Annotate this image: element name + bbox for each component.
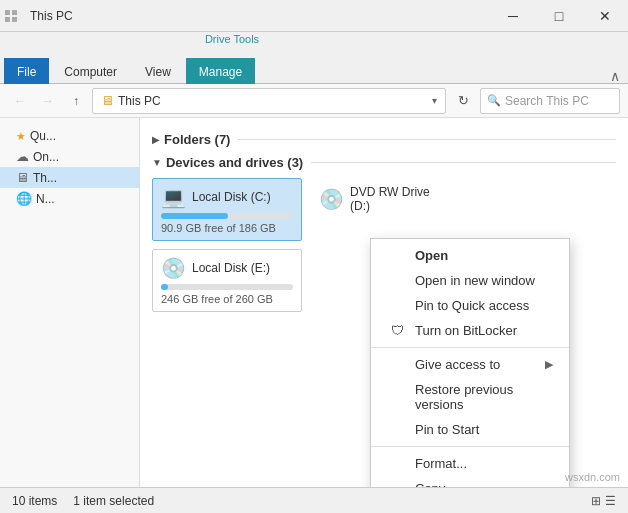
cloud-icon: ☁ — [16, 149, 29, 164]
svg-rect-3 — [12, 17, 17, 22]
drives-collapse-icon: ▼ — [152, 157, 162, 168]
ctx-shield-icon: 🛡 — [387, 323, 407, 338]
ctx-restore-versions[interactable]: Restore previous versions — [371, 377, 569, 417]
close-button[interactable]: ✕ — [582, 0, 628, 32]
ctx-open-new-window[interactable]: Open in new window — [371, 268, 569, 293]
ctx-format[interactable]: Format... — [371, 451, 569, 476]
drive-c-bar-bg — [161, 213, 293, 219]
content-area: ▶ Folders (7) ▼ Devices and drives (3) 💻… — [140, 118, 628, 487]
back-button[interactable]: ← — [8, 89, 32, 113]
svg-rect-2 — [5, 17, 10, 22]
window-title: This PC — [30, 9, 73, 23]
folders-collapse-icon: ▶ — [152, 134, 160, 145]
drive-e-space: 246 GB free of 260 GB — [161, 293, 293, 305]
drive-e-bar-bg — [161, 284, 293, 290]
drive-e-bar-fill — [161, 284, 168, 290]
drive-e-name: Local Disk (E:) — [192, 261, 270, 275]
titlebar-nav-icon — [4, 9, 18, 23]
ribbon-collapse-icon[interactable]: ∧ — [610, 68, 620, 84]
ctx-arrow-icon: ▶ — [545, 358, 553, 371]
title-bar: This PC ─ □ ✕ — [0, 0, 628, 32]
tab-computer[interactable]: Computer — [51, 58, 130, 84]
drive-e-icon: 💿 — [161, 256, 186, 280]
tab-file[interactable]: File — [4, 58, 49, 84]
sidebar: ★ Qu... ☁ On... 🖥 Th... 🌐 N... — [0, 118, 140, 487]
drive-c-icon: 💻 — [161, 185, 186, 209]
drive-c-top: 💻 Local Disk (C:) — [161, 185, 293, 209]
drive-c[interactable]: 💻 Local Disk (C:) 90.9 GB free of 186 GB — [152, 178, 302, 241]
drive-c-bar-fill — [161, 213, 228, 219]
tab-manage[interactable]: Manage — [186, 58, 255, 84]
computer-icon: 🖥 — [16, 170, 29, 185]
address-text: This PC — [118, 94, 428, 108]
refresh-button[interactable]: ↻ — [450, 88, 476, 114]
up-button[interactable]: ↑ — [64, 89, 88, 113]
folders-section-header[interactable]: ▶ Folders (7) — [152, 132, 616, 147]
drive-d-top: 💿 DVD RW Drive (D:) — [319, 185, 451, 213]
drive-e-top: 💿 Local Disk (E:) — [161, 256, 293, 280]
ctx-bitlocker[interactable]: 🛡 Turn on BitLocker — [371, 318, 569, 343]
minimize-button[interactable]: ─ — [490, 0, 536, 32]
drives-section-header[interactable]: ▼ Devices and drives (3) — [152, 155, 616, 170]
title-bar-controls: ─ □ ✕ — [490, 0, 628, 32]
address-bar: ← → ↑ 🖥 This PC ▾ ↻ 🔍 Search This PC — [0, 84, 628, 118]
title-bar-left: This PC — [4, 9, 73, 23]
network-icon: 🌐 — [16, 191, 32, 206]
ctx-copy[interactable]: Copy — [371, 476, 569, 487]
drive-c-name: Local Disk (C:) — [192, 190, 271, 204]
svg-rect-1 — [12, 10, 17, 15]
selected-count: 1 item selected — [73, 494, 154, 508]
sidebar-item-quick-access[interactable]: ★ Qu... — [0, 126, 139, 146]
address-folder-icon: 🖥 — [101, 93, 114, 108]
title-bar-icons — [4, 9, 18, 23]
search-box[interactable]: 🔍 Search This PC — [480, 88, 620, 114]
ctx-give-access[interactable]: Give access to ▶ — [371, 352, 569, 377]
sidebar-item-onedrive[interactable]: ☁ On... — [0, 146, 139, 167]
ctx-separator-2 — [371, 446, 569, 447]
address-box[interactable]: 🖥 This PC ▾ — [92, 88, 446, 114]
view-icons-button[interactable]: ⊞ — [591, 494, 601, 508]
watermark: wsxdn.com — [565, 471, 620, 483]
drive-tools-label: Drive Tools — [199, 32, 265, 45]
tab-view[interactable]: View — [132, 58, 184, 84]
sidebar-item-this-pc[interactable]: 🖥 Th... — [0, 167, 139, 188]
drive-d-icon: 💿 — [319, 187, 344, 211]
ctx-pin-start[interactable]: Pin to Start — [371, 417, 569, 442]
svg-rect-0 — [5, 10, 10, 15]
drive-c-space: 90.9 GB free of 186 GB — [161, 222, 293, 234]
items-count: 10 items — [12, 494, 57, 508]
drive-d[interactable]: 💿 DVD RW Drive (D:) — [310, 178, 460, 241]
main-area: ★ Qu... ☁ On... 🖥 Th... 🌐 N... ▶ Folders… — [0, 118, 628, 487]
sidebar-item-network[interactable]: 🌐 N... — [0, 188, 139, 209]
ctx-pin-quick-access[interactable]: Pin to Quick access — [371, 293, 569, 318]
view-list-button[interactable]: ☰ — [605, 494, 616, 508]
star-icon: ★ — [16, 130, 26, 143]
drives-section-line — [311, 162, 616, 163]
address-dropdown-icon[interactable]: ▾ — [432, 95, 437, 106]
folders-section-line — [238, 139, 616, 140]
drive-e[interactable]: 💿 Local Disk (E:) 246 GB free of 260 GB — [152, 249, 302, 312]
forward-button[interactable]: → — [36, 89, 60, 113]
ctx-separator-1 — [371, 347, 569, 348]
drive-d-name: DVD RW Drive (D:) — [350, 185, 451, 213]
ctx-open[interactable]: Open — [371, 243, 569, 268]
search-icon: 🔍 — [487, 94, 501, 107]
status-bar: 10 items 1 item selected ⊞ ☰ — [0, 487, 628, 513]
search-placeholder: Search This PC — [505, 94, 589, 108]
maximize-button[interactable]: □ — [536, 0, 582, 32]
context-menu: Open Open in new window Pin to Quick acc… — [370, 238, 570, 487]
